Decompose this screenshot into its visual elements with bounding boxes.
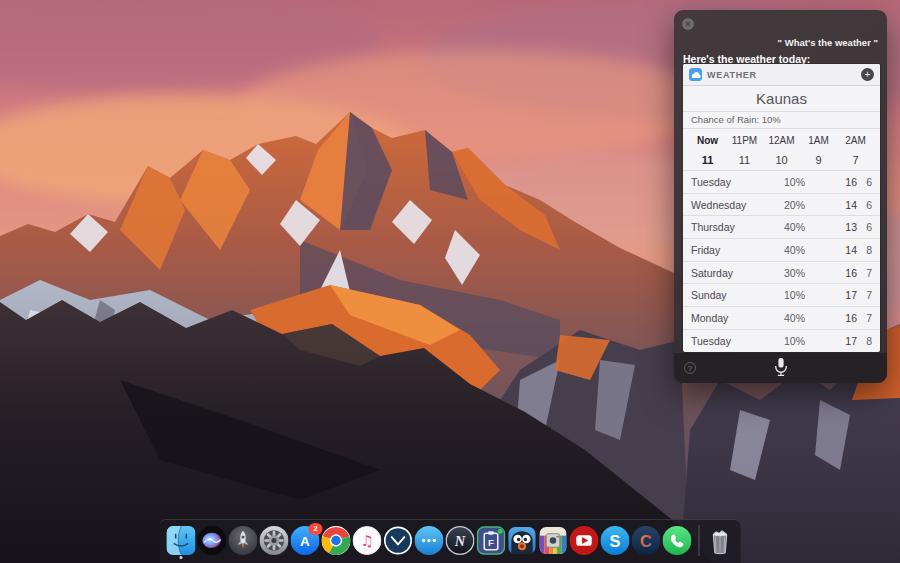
siri-panel: × " What's the weather " Here's the weat… [674, 10, 887, 383]
chat-bubble-icon [415, 526, 444, 555]
dock-item-airmail[interactable] [384, 526, 413, 555]
hourly-temps-row: 11111097 [683, 150, 880, 171]
dock-item-finder[interactable] [167, 526, 196, 555]
forecast-day: Tuesday [691, 335, 763, 347]
forecast-day: Monday [691, 312, 763, 324]
hour-time-label: 12AM [763, 135, 800, 146]
forecast-row: Friday40%148 [683, 239, 880, 262]
rain-chance-label: Chance of Rain: 10% [683, 112, 880, 129]
mail-icon [384, 526, 413, 555]
forecast-row: Wednesday20%146 [683, 194, 880, 217]
forecast-day: Friday [691, 244, 763, 256]
trash-icon [707, 526, 734, 555]
forecast-row: Tuesday10%178 [683, 330, 880, 352]
hourly-times-row: Now11PM12AM1AM2AM [683, 131, 880, 150]
dock-item-messages[interactable] [415, 526, 444, 555]
forecast-day: Sunday [691, 289, 763, 301]
itunes-icon: ♫ [353, 526, 382, 555]
siri-icon [198, 526, 227, 555]
dock-item-trash[interactable] [707, 526, 734, 555]
forecast-day: Saturday [691, 267, 763, 279]
forecast-low: 6 [857, 176, 872, 188]
dock-item-system-preferences[interactable] [260, 526, 289, 555]
whatsapp-icon [663, 526, 692, 555]
forecast-high: 14 [805, 199, 857, 211]
dock-item-c-app[interactable]: C [632, 526, 661, 555]
weather-widget-title: WEATHER [707, 70, 757, 80]
tweetbot-bird-icon [508, 526, 537, 555]
forecast-high: 13 [805, 221, 857, 233]
forecast-high: 16 [805, 176, 857, 188]
forecast-row: Thursday40%136 [683, 216, 880, 239]
forecast-high: 17 [805, 335, 857, 347]
forecast-high: 16 [805, 267, 857, 279]
forecast-row: Sunday10%177 [683, 284, 880, 307]
svg-text:N: N [454, 533, 466, 549]
weather-city: Kaunas [683, 86, 880, 112]
dock-item-itunes[interactable]: ♫ [353, 526, 382, 555]
hour-time-label: Now [689, 135, 726, 146]
forecast-low: 7 [857, 267, 872, 279]
hour-temp-value: 11 [726, 154, 763, 166]
forecast-row: Monday40%167 [683, 307, 880, 330]
microphone-icon [773, 357, 788, 378]
dock-item-app-store[interactable]: A2 [291, 526, 320, 555]
svg-text:F: F [488, 537, 494, 548]
dock-item-launchpad[interactable] [229, 526, 258, 555]
gear-icon [260, 526, 289, 555]
finder-icon [167, 526, 196, 555]
skype-icon: S [601, 526, 630, 555]
forecast-low: 7 [857, 312, 872, 324]
hour-temp-value: 11 [689, 154, 726, 166]
dock: A2♫NFSC [160, 519, 741, 563]
f-clipboard-app-icon: F [477, 526, 506, 555]
svg-text:S: S [610, 532, 621, 550]
c-app-icon: C [632, 526, 661, 555]
daily-forecast-list: Tuesday10%166Wednesday20%146Thursday40%1… [683, 171, 880, 352]
microphone-button[interactable] [773, 357, 788, 381]
dock-item-youtube[interactable] [570, 526, 599, 555]
hour-time-label: 2AM [837, 135, 874, 146]
forecast-precip: 10% [763, 335, 805, 347]
dock-item-tweetbot[interactable] [508, 526, 537, 555]
forecast-day: Thursday [691, 221, 763, 233]
dock-item-instagram[interactable] [539, 526, 568, 555]
forecast-precip: 40% [763, 312, 805, 324]
forecast-precip: 40% [763, 221, 805, 233]
hour-time-label: 11PM [726, 135, 763, 146]
launchpad-rocket-icon [229, 526, 258, 555]
forecast-low: 7 [857, 289, 872, 301]
weather-widget: WEATHER + Kaunas Chance of Rain: 10% Now… [683, 64, 880, 352]
siri-footer: ? [674, 353, 887, 383]
forecast-precip: 10% [763, 289, 805, 301]
dock-item-skype[interactable]: S [601, 526, 630, 555]
siri-transcript: " What's the weather " [778, 37, 878, 48]
dock-item-n-app[interactable]: N [446, 526, 475, 555]
add-widget-button[interactable]: + [861, 68, 874, 81]
forecast-high: 16 [805, 312, 857, 324]
dock-item-chrome[interactable] [322, 526, 351, 555]
weather-app-icon [689, 68, 702, 81]
dock-item-whatsapp[interactable] [663, 526, 692, 555]
forecast-low: 6 [857, 221, 872, 233]
close-icon[interactable]: × [682, 18, 694, 30]
dock-item-siri[interactable] [198, 526, 227, 555]
app-store-badge: 2 [309, 523, 323, 535]
hour-temp-value: 10 [763, 154, 800, 166]
forecast-high: 14 [805, 244, 857, 256]
forecast-row: Tuesday10%166 [683, 171, 880, 194]
forecast-precip: 40% [763, 244, 805, 256]
help-button[interactable]: ? [684, 362, 696, 374]
forecast-low: 6 [857, 199, 872, 211]
dock-item-f-app[interactable]: F [477, 526, 506, 555]
forecast-precip: 20% [763, 199, 805, 211]
hour-time-label: 1AM [800, 135, 837, 146]
forecast-precip: 30% [763, 267, 805, 279]
dock-separator [699, 525, 700, 556]
weather-widget-header: WEATHER + [683, 64, 880, 86]
chrome-icon [322, 526, 351, 555]
n-app-icon: N [446, 526, 475, 555]
forecast-low: 8 [857, 244, 872, 256]
forecast-high: 17 [805, 289, 857, 301]
forecast-day: Wednesday [691, 199, 763, 211]
